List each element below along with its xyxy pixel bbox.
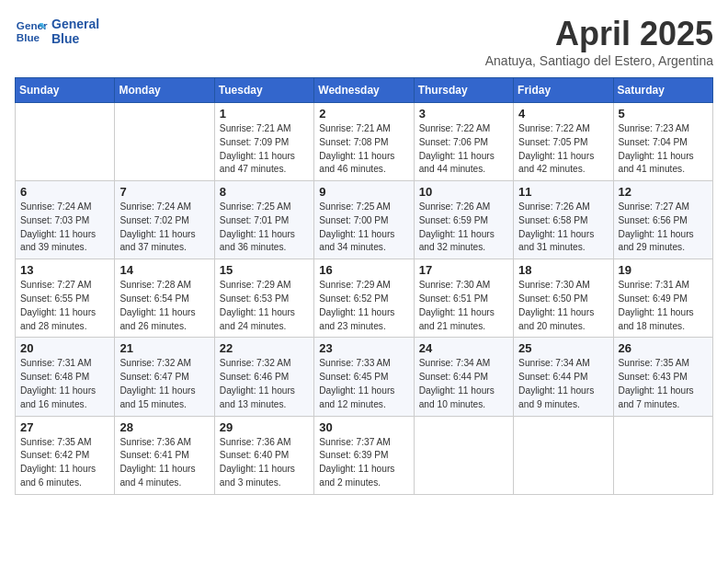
day-number: 10 xyxy=(419,185,508,199)
day-info: Sunrise: 7:36 AMSunset: 6:41 PMDaylight:… xyxy=(119,436,209,490)
day-info: Sunrise: 7:34 AMSunset: 6:44 PMDaylight:… xyxy=(419,357,508,411)
day-info: Sunrise: 7:26 AMSunset: 6:58 PMDaylight:… xyxy=(518,201,608,255)
calendar-cell: 23Sunrise: 7:33 AMSunset: 6:45 PMDayligh… xyxy=(314,338,414,416)
day-number: 16 xyxy=(319,263,408,277)
day-info: Sunrise: 7:27 AMSunset: 6:56 PMDaylight:… xyxy=(619,201,708,255)
day-info: Sunrise: 7:24 AMSunset: 7:02 PMDaylight:… xyxy=(119,201,209,255)
calendar-cell xyxy=(115,103,214,181)
calendar-cell: 16Sunrise: 7:29 AMSunset: 6:52 PMDayligh… xyxy=(314,259,414,338)
calendar-table: SundayMondayTuesdayWednesdayThursdayFrid… xyxy=(15,77,713,495)
day-number: 27 xyxy=(20,420,109,434)
calendar-cell: 4Sunrise: 7:22 AMSunset: 7:05 PMDaylight… xyxy=(514,103,613,181)
day-number: 25 xyxy=(518,341,608,355)
day-info: Sunrise: 7:23 AMSunset: 7:04 PMDaylight:… xyxy=(619,122,708,177)
weekday-header-sunday: Sunday xyxy=(16,78,115,103)
day-info: Sunrise: 7:31 AMSunset: 6:48 PMDaylight:… xyxy=(20,357,109,411)
logo-icon: General Blue xyxy=(15,15,48,48)
calendar-cell: 13Sunrise: 7:27 AMSunset: 6:55 PMDayligh… xyxy=(16,259,115,338)
calendar-header-row: SundayMondayTuesdayWednesdayThursdayFrid… xyxy=(16,78,713,103)
calendar-week-row: 20Sunrise: 7:31 AMSunset: 6:48 PMDayligh… xyxy=(16,338,713,416)
day-number: 13 xyxy=(20,263,109,277)
day-info: Sunrise: 7:29 AMSunset: 6:52 PMDaylight:… xyxy=(319,279,408,333)
calendar-cell: 29Sunrise: 7:36 AMSunset: 6:40 PMDayligh… xyxy=(214,416,313,494)
calendar-cell xyxy=(414,416,513,494)
calendar-cell: 11Sunrise: 7:26 AMSunset: 6:58 PMDayligh… xyxy=(514,181,613,259)
day-number: 23 xyxy=(319,341,408,355)
day-info: Sunrise: 7:21 AMSunset: 7:08 PMDaylight:… xyxy=(319,122,408,177)
weekday-header-thursday: Thursday xyxy=(414,78,513,103)
calendar-cell xyxy=(16,103,115,181)
day-info: Sunrise: 7:28 AMSunset: 6:54 PMDaylight:… xyxy=(119,279,209,333)
day-number: 9 xyxy=(319,185,408,199)
day-number: 19 xyxy=(619,263,708,277)
day-number: 2 xyxy=(319,107,408,121)
calendar-cell: 26Sunrise: 7:35 AMSunset: 6:43 PMDayligh… xyxy=(613,338,712,416)
day-info: Sunrise: 7:26 AMSunset: 6:59 PMDaylight:… xyxy=(419,201,508,255)
day-number: 7 xyxy=(119,185,209,199)
calendar-cell: 12Sunrise: 7:27 AMSunset: 6:56 PMDayligh… xyxy=(613,181,712,259)
day-info: Sunrise: 7:34 AMSunset: 6:44 PMDaylight:… xyxy=(518,357,608,411)
calendar-cell: 14Sunrise: 7:28 AMSunset: 6:54 PMDayligh… xyxy=(115,259,214,338)
calendar-cell: 7Sunrise: 7:24 AMSunset: 7:02 PMDaylight… xyxy=(115,181,214,259)
calendar-cell: 24Sunrise: 7:34 AMSunset: 6:44 PMDayligh… xyxy=(414,338,513,416)
day-info: Sunrise: 7:37 AMSunset: 6:39 PMDaylight:… xyxy=(319,436,408,490)
calendar-cell: 30Sunrise: 7:37 AMSunset: 6:39 PMDayligh… xyxy=(314,416,414,494)
day-info: Sunrise: 7:36 AMSunset: 6:40 PMDaylight:… xyxy=(220,436,309,490)
day-info: Sunrise: 7:29 AMSunset: 6:53 PMDaylight:… xyxy=(220,279,309,333)
calendar-cell: 1Sunrise: 7:21 AMSunset: 7:09 PMDaylight… xyxy=(214,103,313,181)
day-info: Sunrise: 7:25 AMSunset: 7:00 PMDaylight:… xyxy=(319,201,408,255)
day-info: Sunrise: 7:31 AMSunset: 6:49 PMDaylight:… xyxy=(619,279,708,333)
day-number: 4 xyxy=(518,107,608,121)
calendar-cell: 18Sunrise: 7:30 AMSunset: 6:50 PMDayligh… xyxy=(514,259,613,338)
day-number: 26 xyxy=(619,341,708,355)
day-info: Sunrise: 7:27 AMSunset: 6:55 PMDaylight:… xyxy=(20,279,109,333)
day-info: Sunrise: 7:21 AMSunset: 7:09 PMDaylight:… xyxy=(220,122,309,177)
title-area: April 2025 Anatuya, Santiago del Estero,… xyxy=(485,15,713,68)
calendar-cell: 15Sunrise: 7:29 AMSunset: 6:53 PMDayligh… xyxy=(214,259,313,338)
weekday-header-friday: Friday xyxy=(514,78,613,103)
weekday-header-monday: Monday xyxy=(115,78,214,103)
day-info: Sunrise: 7:33 AMSunset: 6:45 PMDaylight:… xyxy=(319,357,408,411)
day-number: 3 xyxy=(419,107,508,121)
calendar-cell: 3Sunrise: 7:22 AMSunset: 7:06 PMDaylight… xyxy=(414,103,513,181)
day-info: Sunrise: 7:24 AMSunset: 7:03 PMDaylight:… xyxy=(20,201,109,255)
day-info: Sunrise: 7:25 AMSunset: 7:01 PMDaylight:… xyxy=(220,201,309,255)
location-subtitle: Anatuya, Santiago del Estero, Argentina xyxy=(485,53,713,68)
day-number: 14 xyxy=(119,263,209,277)
day-number: 6 xyxy=(20,185,109,199)
day-info: Sunrise: 7:22 AMSunset: 7:06 PMDaylight:… xyxy=(419,122,508,177)
calendar-cell: 8Sunrise: 7:25 AMSunset: 7:01 PMDaylight… xyxy=(214,181,313,259)
calendar-cell: 9Sunrise: 7:25 AMSunset: 7:00 PMDaylight… xyxy=(314,181,414,259)
calendar-cell xyxy=(514,416,613,494)
calendar-week-row: 1Sunrise: 7:21 AMSunset: 7:09 PMDaylight… xyxy=(16,103,713,181)
logo: General Blue General Blue xyxy=(15,15,99,48)
weekday-header-tuesday: Tuesday xyxy=(214,78,313,103)
calendar-cell: 2Sunrise: 7:21 AMSunset: 7:08 PMDaylight… xyxy=(314,103,414,181)
weekday-header-wednesday: Wednesday xyxy=(314,78,414,103)
day-number: 28 xyxy=(119,420,209,434)
calendar-cell: 28Sunrise: 7:36 AMSunset: 6:41 PMDayligh… xyxy=(115,416,214,494)
calendar-cell: 21Sunrise: 7:32 AMSunset: 6:47 PMDayligh… xyxy=(115,338,214,416)
day-number: 21 xyxy=(119,341,209,355)
logo-line2: Blue xyxy=(51,31,99,46)
day-number: 17 xyxy=(419,263,508,277)
calendar-week-row: 6Sunrise: 7:24 AMSunset: 7:03 PMDaylight… xyxy=(16,181,713,259)
day-info: Sunrise: 7:30 AMSunset: 6:50 PMDaylight:… xyxy=(518,279,608,333)
calendar-cell: 5Sunrise: 7:23 AMSunset: 7:04 PMDaylight… xyxy=(613,103,712,181)
logo-line1: General xyxy=(51,17,99,31)
calendar-cell xyxy=(613,416,712,494)
day-info: Sunrise: 7:30 AMSunset: 6:51 PMDaylight:… xyxy=(419,279,508,333)
day-info: Sunrise: 7:35 AMSunset: 6:43 PMDaylight:… xyxy=(619,357,708,411)
day-info: Sunrise: 7:32 AMSunset: 6:47 PMDaylight:… xyxy=(119,357,209,411)
calendar-cell: 22Sunrise: 7:32 AMSunset: 6:46 PMDayligh… xyxy=(214,338,313,416)
day-number: 24 xyxy=(419,341,508,355)
day-number: 18 xyxy=(518,263,608,277)
day-number: 22 xyxy=(220,341,309,355)
day-number: 20 xyxy=(20,341,109,355)
day-number: 30 xyxy=(319,420,408,434)
calendar-cell: 27Sunrise: 7:35 AMSunset: 6:42 PMDayligh… xyxy=(16,416,115,494)
month-title: April 2025 xyxy=(485,15,713,53)
page-header: General Blue General Blue April 2025 Ana… xyxy=(15,15,713,68)
weekday-header-saturday: Saturday xyxy=(613,78,712,103)
calendar-cell: 19Sunrise: 7:31 AMSunset: 6:49 PMDayligh… xyxy=(613,259,712,338)
